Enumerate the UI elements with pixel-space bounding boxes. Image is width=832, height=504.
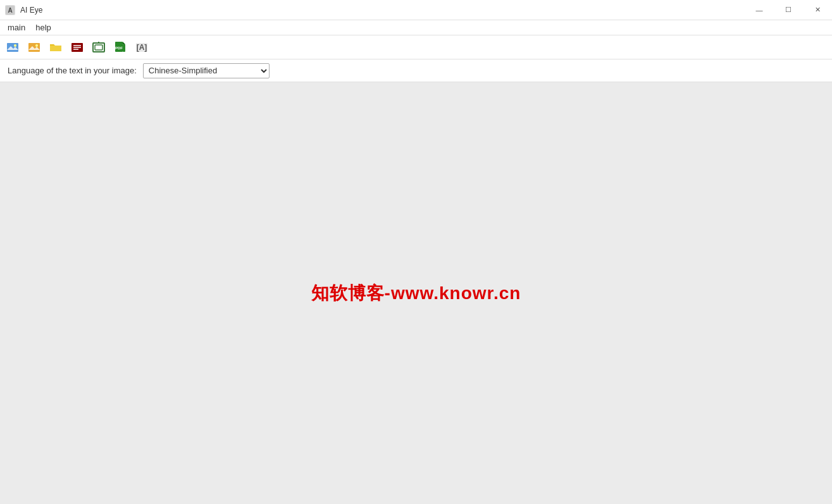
- watermark-text: 知软博客-www.knowr.cn: [311, 281, 521, 305]
- title-bar-left: A AI Eye: [5, 5, 42, 15]
- close-button[interactable]: ✕: [803, 0, 832, 20]
- app-title: AI Eye: [20, 6, 42, 15]
- btn-dark[interactable]: [67, 38, 87, 57]
- svg-rect-14: [95, 45, 102, 50]
- btn-capture[interactable]: [89, 38, 109, 57]
- language-row: Language of the text in your image: Engl…: [0, 59, 832, 82]
- export-icon: PDF: [114, 41, 127, 54]
- btn-export[interactable]: PDF: [110, 38, 130, 57]
- open-folder-icon: [49, 41, 62, 54]
- title-bar: A AI Eye — ☐ ✕: [0, 0, 832, 20]
- btn-open-image[interactable]: [3, 38, 23, 57]
- menu-bar: main help: [0, 20, 832, 35]
- app-icon: A: [5, 5, 15, 15]
- main-content: 知软博客-www.knowr.cn: [0, 82, 832, 504]
- svg-point-4: [14, 44, 16, 47]
- btn-open-image2[interactable]: [24, 38, 44, 57]
- open-image2-icon: [28, 41, 40, 54]
- toolbar: PDF [A]: [0, 35, 832, 59]
- text-icon: [A]: [135, 41, 148, 54]
- svg-rect-8: [50, 46, 61, 51]
- open-image-icon: [6, 41, 19, 54]
- svg-text:PDF: PDF: [115, 46, 123, 50]
- btn-open-folder[interactable]: [46, 38, 66, 57]
- svg-rect-19: [123, 44, 125, 52]
- maximize-button[interactable]: ☐: [774, 0, 803, 20]
- svg-text:[A]: [A]: [137, 43, 147, 52]
- svg-rect-2: [7, 43, 18, 52]
- dark-icon: [71, 41, 84, 54]
- language-select[interactable]: English Chinese-Simplified Chinese-Tradi…: [143, 63, 270, 78]
- svg-marker-18: [123, 42, 125, 44]
- window-controls: — ☐ ✕: [745, 0, 832, 20]
- capture-icon: [92, 41, 105, 54]
- svg-text:A: A: [8, 7, 12, 14]
- svg-point-7: [35, 44, 38, 47]
- svg-rect-5: [28, 43, 40, 52]
- btn-text[interactable]: [A]: [132, 38, 152, 57]
- menu-item-help[interactable]: help: [30, 22, 56, 34]
- language-label: Language of the text in your image:: [8, 66, 137, 75]
- minimize-button[interactable]: —: [745, 0, 774, 20]
- menu-item-main[interactable]: main: [3, 22, 30, 34]
